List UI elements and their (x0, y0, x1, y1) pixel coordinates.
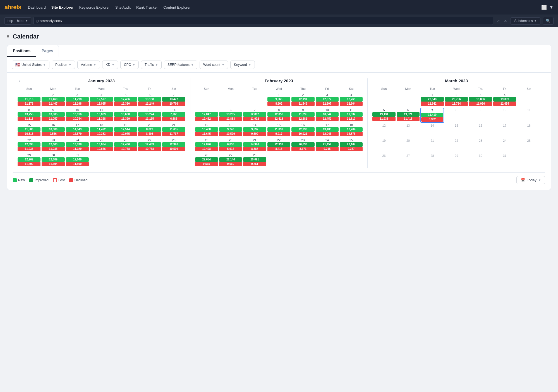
nav-dashboard[interactable]: Dashboard (28, 5, 46, 9)
cal-cell-day[interactable]: 2722,1449,660 (219, 153, 242, 167)
cal-cell-day[interactable]: 1313,27411,135 (138, 108, 161, 122)
cal-cell-day[interactable]: 149,8979,609 (243, 123, 266, 137)
nav-content-explorer[interactable]: Content Explorer (163, 5, 191, 9)
cal-cell-day[interactable]: 312,67212,607 (315, 93, 339, 107)
filter-country[interactable]: 🇺🇸 United States ▼ (12, 61, 49, 69)
cal-cell-day[interactable]: 29 (445, 153, 468, 168)
cal-cell-day[interactable]: 20 (396, 138, 420, 153)
cal-cell-day[interactable]: 613,18811,249 (138, 93, 161, 107)
cal-cell-day[interactable]: 24 (493, 138, 517, 153)
cal-cell-day[interactable]: 220,75611,784 (445, 93, 468, 107)
cal-cell-day[interactable]: 31 (493, 153, 517, 168)
cal-cell-day[interactable]: 412,57712,085 (90, 93, 113, 107)
cal-cell-day[interactable]: 1714,54312,579 (66, 123, 89, 137)
cal-cell-day[interactable]: 14 (420, 123, 444, 138)
subdomains-button[interactable]: Subdomains ▼ (511, 17, 540, 25)
cal-cell-day[interactable]: 1610,3869,566 (41, 123, 65, 137)
protocol-button[interactable]: http + https ▼ (4, 17, 31, 25)
cal-cell-day[interactable]: 913,90511,057 (41, 108, 65, 122)
filter-cpc[interactable]: CPC ▼ (120, 61, 139, 69)
filter-volume[interactable]: Volume ▼ (77, 61, 100, 69)
cal-cell-day[interactable]: 812,05612,418 (267, 108, 291, 122)
cal-cell-day[interactable]: 211,46911,467 (41, 93, 65, 107)
cal-cell-day[interactable]: 3112,64911,509 (66, 153, 89, 167)
prev-month-button[interactable]: ‹ (17, 78, 22, 84)
cal-cell-day[interactable]: 712,80211,902 (243, 108, 266, 122)
cal-cell-day[interactable]: 16 (469, 123, 492, 138)
url-input[interactable] (33, 17, 494, 25)
cal-cell-day[interactable]: 2522,1679,357 (339, 138, 363, 152)
cal-cell-day[interactable]: 2111,63511,737 (162, 123, 185, 137)
window-icon[interactable]: ⬜ (541, 5, 547, 10)
cal-cell-day[interactable]: 2320,8338,671 (291, 138, 315, 152)
cal-cell-day[interactable]: 1010,84412,452 (315, 108, 339, 122)
cal-cell-day[interactable]: 2622,6549,565 (195, 153, 218, 167)
cal-cell-day[interactable]: 139,74310,599 (219, 123, 242, 137)
filter-keyword[interactable]: Keyword ▼ (230, 61, 255, 69)
filter-word-count[interactable]: Word count ▼ (200, 61, 228, 69)
cal-cell-day[interactable]: 25 (517, 138, 541, 153)
cal-cell-day[interactable]: 22 (445, 138, 468, 153)
cal-cell-day[interactable]: 319,80611,926 (469, 93, 492, 107)
cal-cell-day[interactable]: 2222,9378,415 (267, 138, 291, 152)
cal-cell-day[interactable]: 2212,69811,933 (17, 138, 41, 152)
cal-cell-day[interactable]: 13 (396, 123, 420, 138)
cal-cell-day[interactable]: 11 (517, 108, 541, 123)
cal-cell-day[interactable]: 2413,53811,029 (66, 138, 89, 152)
cal-cell-day[interactable]: 2712,48310,738 (138, 138, 161, 152)
dropdown-icon[interactable]: ▼ (549, 5, 554, 10)
filter-kd[interactable]: KD ▼ (102, 61, 118, 69)
cal-cell-day[interactable]: 26 (372, 153, 396, 168)
cal-cell-day[interactable]: 19,9638,902 (267, 93, 291, 107)
cal-cell-day[interactable]: 2812,32610,596 (162, 138, 185, 152)
cal-cell-day[interactable]: 122,54811,942 (420, 93, 444, 107)
cal-cell-day[interactable]: 12 (372, 123, 396, 138)
cal-cell-day[interactable]: 21 (420, 138, 444, 153)
cal-cell-day[interactable]: 10 (493, 108, 517, 123)
cal-cell-day[interactable]: 1213,60811,329 (114, 108, 137, 122)
cal-cell-day[interactable]: 147,7636,586 (162, 108, 185, 122)
menu-icon[interactable]: ≡ (7, 34, 9, 39)
cal-cell-day[interactable]: 1713,48312,043 (315, 123, 339, 137)
cal-cell-day[interactable]: 619,02111,415 (396, 108, 420, 123)
tab-pages[interactable]: Pages (36, 45, 59, 57)
clear-url-button[interactable]: ✕ (503, 18, 508, 24)
cal-cell-day[interactable]: 27 (396, 153, 420, 168)
cal-cell-day[interactable]: 8 (445, 108, 468, 123)
cal-cell-day[interactable]: 1812,76412,876 (339, 123, 363, 137)
cal-cell-day[interactable]: 1111,33211,810 (339, 108, 363, 122)
cal-cell-day[interactable]: 9 (469, 108, 492, 123)
cal-cell-day[interactable]: 2612,46610,778 (114, 138, 137, 152)
cal-cell-day[interactable]: 15 (445, 123, 468, 138)
cal-cell-day[interactable]: 1912,87612,498 (195, 138, 218, 152)
cal-cell-day[interactable]: 813,75511,113 (17, 108, 41, 122)
cal-cell-day[interactable]: 19 (372, 138, 396, 153)
cal-cell-day[interactable]: 412,76512,664 (339, 93, 363, 107)
nav-rank-tracker[interactable]: Rank Tracker (136, 5, 158, 9)
cal-cell-day[interactable]: 1013,91610,744 (66, 108, 89, 122)
tab-positions[interactable]: Positions (7, 45, 36, 57)
search-button[interactable]: 🔍 (543, 17, 554, 25)
cal-cell-day[interactable]: 2421,4599,215 (315, 138, 339, 152)
nav-site-explorer[interactable]: Site Explorer (51, 5, 74, 9)
cal-cell-day[interactable]: 18 (517, 123, 541, 138)
external-link-button[interactable]: ↗ (495, 18, 501, 24)
filter-position[interactable]: Position ▼ (52, 61, 75, 69)
cal-cell-day[interactable]: 2312,60311,035 (41, 138, 65, 152)
cal-cell-day[interactable]: 1113,83911,328 (90, 108, 113, 122)
cal-cell-day[interactable]: 713,47710,766 (162, 93, 185, 107)
cal-cell-day[interactable]: 519,13111,933 (372, 108, 396, 123)
cal-cell-day[interactable]: 1811,47210,383 (90, 123, 113, 137)
today-button[interactable]: 📅 Today ▼ (516, 176, 545, 184)
cal-cell-day[interactable]: 111,91611,173 (17, 93, 41, 107)
cal-cell-day[interactable]: 1511,58610,515 (17, 123, 41, 137)
cal-cell-day[interactable]: 1912,51412,075 (114, 123, 137, 137)
cal-cell-day[interactable]: 208,6228,493 (138, 123, 161, 137)
cal-cell-day[interactable]: 1612,93310,921 (291, 123, 315, 137)
cal-cell-day[interactable]: 613,28511,883 (219, 108, 242, 122)
cal-cell-day[interactable]: 2820,0919,861 (243, 153, 266, 167)
cal-cell-day[interactable]: 512,84712,462 (195, 108, 218, 122)
cal-cell-day[interactable]: 30 (469, 153, 492, 168)
cal-cell-day[interactable]: 1511,6399,917 (267, 123, 291, 137)
cal-cell-day[interactable]: 17 (493, 123, 517, 138)
